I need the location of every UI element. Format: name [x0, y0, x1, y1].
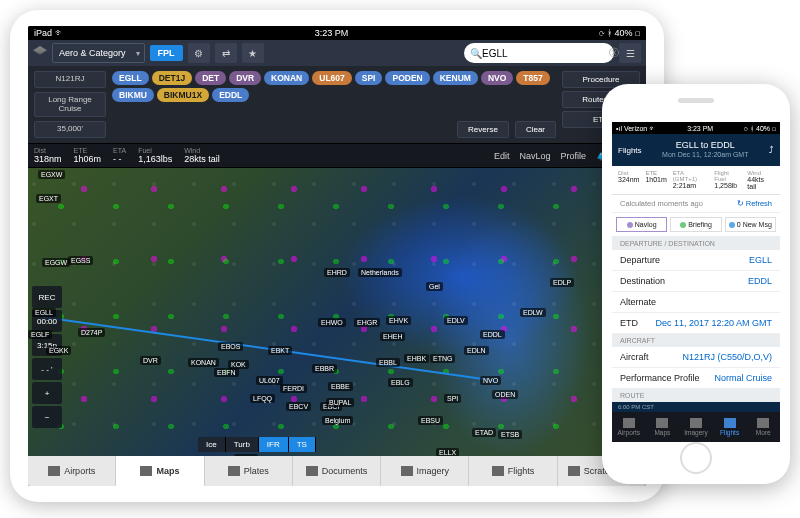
map-waypoint[interactable]: EDLN	[464, 346, 489, 355]
map-waypoint[interactable]: SPI	[444, 394, 461, 403]
route-chip[interactable]: PODEN	[385, 71, 429, 85]
map-waypoint[interactable]: EHWO	[318, 318, 346, 327]
rec-button[interactable]: REC	[32, 286, 62, 308]
map-waypoint[interactable]: EBKT	[268, 346, 292, 355]
edit-button[interactable]: Edit	[494, 151, 510, 161]
map-waypoint[interactable]: Netherlands	[358, 268, 402, 277]
map-waypoint[interactable]: EDLW	[520, 308, 546, 317]
row-destination[interactable]: DestinationEDDL	[612, 271, 780, 292]
map-waypoint[interactable]: EBBL	[376, 358, 400, 367]
menu-icon[interactable]: ☰	[619, 43, 641, 63]
route-chip[interactable]: DVR	[229, 71, 261, 85]
star-icon[interactable]: ★	[242, 43, 264, 63]
route-chip[interactable]: DET	[195, 71, 226, 85]
tab-navlog[interactable]: Navlog	[616, 217, 667, 232]
ip-nav-imagery[interactable]: Imagery	[679, 412, 713, 442]
row-departure[interactable]: DepartureEGLL	[612, 250, 780, 271]
map-waypoint[interactable]: EHBK	[404, 354, 429, 363]
route-chip[interactable]: T857	[516, 71, 549, 85]
route-chip[interactable]: SPI	[355, 71, 383, 85]
route-chip[interactable]: UL607	[312, 71, 352, 85]
ip-nav-airports[interactable]: Airports	[612, 412, 646, 442]
turb-button[interactable]: Turb	[226, 437, 259, 452]
nav-plates[interactable]: Plates	[205, 456, 293, 486]
map-waypoint[interactable]: EHGR	[354, 318, 380, 327]
map-waypoint[interactable]: ETNG	[430, 354, 455, 363]
map-waypoint[interactable]: LFQQ	[250, 394, 275, 403]
tab-briefing[interactable]: Briefing	[670, 217, 721, 232]
map-waypoint[interactable]: EBBE	[328, 382, 353, 391]
profile-button[interactable]: Profile	[560, 151, 586, 161]
zoom-in-button[interactable]: +	[32, 382, 62, 404]
route-chip[interactable]: EGLL	[112, 71, 149, 85]
ts-button[interactable]: TS	[289, 437, 316, 452]
map-waypoint[interactable]: EBOS	[218, 342, 243, 351]
map-waypoint[interactable]: EGXW	[38, 170, 65, 179]
map-waypoint[interactable]: EGGW	[42, 258, 70, 267]
map-waypoint[interactable]: NVO	[480, 376, 501, 385]
map-waypoint[interactable]: EHRD	[324, 268, 350, 277]
route-chip[interactable]: KONAN	[264, 71, 309, 85]
nav-imagery[interactable]: Imagery	[381, 456, 469, 486]
row-aircraft[interactable]: AircraftN121RJ (C550/D,O,V)	[612, 347, 780, 368]
map-waypoint[interactable]: EBFN	[214, 368, 239, 377]
map-waypoint[interactable]: EDLV	[444, 316, 468, 325]
map-waypoint[interactable]: BUPAL	[326, 398, 354, 407]
map-waypoint[interactable]: EGKK	[46, 346, 71, 355]
map-waypoint[interactable]: EDDL	[480, 330, 505, 339]
route-chip[interactable]: NVO	[481, 71, 513, 85]
row-etd[interactable]: ETDDec 11, 2017 12:20 AM GMT	[612, 313, 780, 334]
ifr-button[interactable]: IFR	[259, 437, 289, 452]
layer-dropdown[interactable]: Aero & Category	[52, 43, 145, 63]
map-waypoint[interactable]: KONAN	[188, 358, 219, 367]
ice-button[interactable]: Ice	[198, 437, 226, 452]
map-waypoint[interactable]: Gel	[426, 282, 443, 291]
map-waypoint[interactable]: EBCV	[286, 402, 311, 411]
map-view[interactable]: REC 00:00 3:15p - - ' + − Ice Turb IFR T…	[28, 168, 646, 478]
altitude-box[interactable]: 35,000'	[34, 121, 106, 138]
layers-icon[interactable]	[33, 46, 47, 60]
tab-messages[interactable]: 0 New Msg	[725, 217, 776, 232]
map-waypoint[interactable]: UL607	[256, 376, 283, 385]
map-waypoint[interactable]: EBLG	[388, 378, 413, 387]
perf-profile[interactable]: Long Range Cruise	[34, 92, 106, 118]
row-perf[interactable]: Performance ProfileNormal Cruise	[612, 368, 780, 389]
zoom-out-button[interactable]: −	[32, 406, 62, 428]
map-waypoint[interactable]: DVR	[140, 356, 161, 365]
map-waypoint[interactable]: EBBR	[312, 364, 337, 373]
route-chip[interactable]: BIKMU	[112, 88, 154, 102]
map-waypoint[interactable]: ODEN	[492, 390, 518, 399]
map-waypoint[interactable]: EGLL	[32, 308, 56, 317]
gear-icon[interactable]: ⚙	[188, 43, 210, 63]
map-waypoint[interactable]: EHEH	[380, 332, 405, 341]
route-chip[interactable]: KENUM	[433, 71, 478, 85]
map-waypoint[interactable]: EDLP	[550, 278, 574, 287]
aircraft-id[interactable]: N121RJ	[34, 71, 106, 88]
nav-maps[interactable]: Maps	[116, 456, 204, 486]
map-waypoint[interactable]: ETAD	[472, 428, 496, 437]
back-button[interactable]: Flights	[618, 146, 642, 155]
share-icon[interactable]: ⤴	[769, 145, 774, 155]
nav-documents[interactable]: Documents	[293, 456, 381, 486]
clear-search-icon[interactable]: ⓧ	[609, 46, 619, 60]
map-waypoint[interactable]: EBSU	[418, 416, 443, 425]
search-input[interactable]	[482, 48, 609, 59]
clear-button[interactable]: Clear	[515, 121, 556, 138]
fpl-button[interactable]: FPL	[150, 45, 183, 61]
reverse-button[interactable]: Reverse	[457, 121, 509, 138]
map-waypoint[interactable]: ETSB	[498, 430, 522, 439]
map-waypoint[interactable]: Belgium	[322, 416, 353, 425]
route-chip[interactable]: DET1J	[152, 71, 192, 85]
map-waypoint[interactable]: EHVK	[386, 316, 411, 325]
map-waypoint[interactable]: EGXT	[36, 194, 61, 203]
nav-airports[interactable]: Airports	[28, 456, 116, 486]
ip-nav-maps[interactable]: Maps	[646, 412, 680, 442]
map-waypoint[interactable]: FERDI	[280, 384, 307, 393]
map-waypoint[interactable]: EGSS	[68, 256, 93, 265]
route-chip[interactable]: BIKMU1X	[157, 88, 209, 102]
map-waypoint[interactable]: EGLF	[28, 330, 52, 339]
ip-nav-more[interactable]: More	[746, 412, 780, 442]
nav-flights[interactable]: Flights	[469, 456, 557, 486]
navlog-button[interactable]: NavLog	[519, 151, 550, 161]
route-chip[interactable]: EDDL	[212, 88, 249, 102]
